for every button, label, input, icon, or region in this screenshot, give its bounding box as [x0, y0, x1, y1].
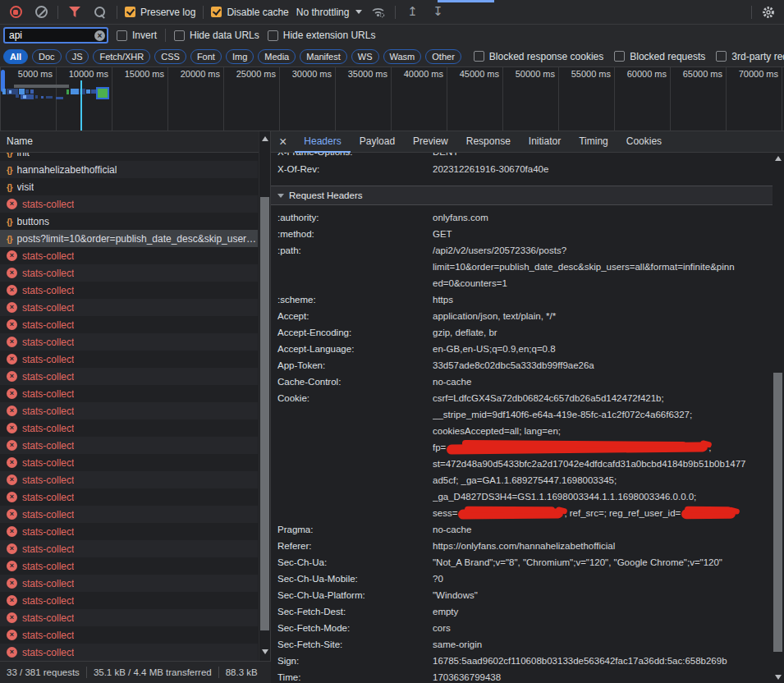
checkbox-icon[interactable]: [474, 51, 484, 62]
invert-toggle[interactable]: Invert: [117, 30, 157, 41]
clear-log-button[interactable]: [32, 3, 50, 21]
export-har-button[interactable]: ↧: [429, 3, 447, 21]
type-filter-manifest[interactable]: Manifest: [300, 49, 347, 64]
scroll-up-icon[interactable]: [262, 136, 268, 141]
hide-data-urls-label[interactable]: Hide data URLs: [190, 30, 259, 41]
tab-response[interactable]: Response: [457, 131, 520, 153]
filter-input[interactable]: [3, 27, 108, 44]
tab-initiator[interactable]: Initiator: [520, 131, 570, 153]
tab-timing[interactable]: Timing: [570, 131, 617, 153]
request-row[interactable]: ×stats-collect: [0, 626, 258, 644]
request-row[interactable]: ×stats-collect: [0, 282, 258, 299]
filter-toggle-button[interactable]: [66, 3, 84, 21]
close-details-button[interactable]: ×: [271, 131, 295, 153]
timeline-tick-label: 30000 ms: [280, 67, 335, 79]
request-row[interactable]: ×stats-collect: [0, 195, 258, 213]
request-row[interactable]: {}visit: [0, 178, 258, 195]
request-row[interactable]: ×stats-collect: [0, 264, 258, 282]
request-row[interactable]: ×stats-collect: [0, 385, 258, 402]
network-overview[interactable]: 5000 ms10000 ms15000 ms20000 ms25000 ms3…: [0, 67, 784, 131]
request-row[interactable]: ×stats-collect: [0, 316, 258, 333]
scroll-down-icon[interactable]: [775, 675, 782, 680]
error-icon: ×: [7, 578, 17, 589]
request-row[interactable]: ×stats-collect: [0, 299, 258, 316]
request-row[interactable]: ×stats-collect: [0, 592, 258, 609]
request-row[interactable]: {}posts?limit=10&order=publish_date_desc…: [0, 230, 258, 247]
preserve-log-toggle[interactable]: Preserve log: [125, 7, 195, 18]
tab-preview[interactable]: Preview: [404, 131, 457, 153]
hide-data-urls-toggle[interactable]: Hide data URLs: [174, 30, 259, 41]
request-row[interactable]: ×stats-collect: [0, 454, 258, 471]
request-row[interactable]: ×stats-collect: [0, 575, 258, 592]
record-button[interactable]: [7, 3, 25, 21]
scrollbar-thumb[interactable]: [260, 197, 269, 630]
checkbox-icon[interactable]: [614, 51, 625, 62]
request-row[interactable]: ×stats-collect: [0, 609, 258, 626]
type-filter-all[interactable]: All: [3, 49, 28, 64]
filter-label[interactable]: Blocked response cookies: [489, 51, 603, 62]
settings-button[interactable]: [759, 3, 777, 21]
request-row[interactable]: ×stats-collect: [0, 419, 258, 437]
preserve-log-label[interactable]: Preserve log: [140, 7, 195, 18]
type-filter-img[interactable]: Img: [226, 49, 254, 64]
type-filter-doc[interactable]: Doc: [32, 49, 62, 64]
scroll-up-icon[interactable]: [775, 156, 782, 161]
type-filter-wasm[interactable]: Wasm: [383, 49, 422, 64]
details-scrollbar[interactable]: [773, 153, 784, 683]
hide-extension-urls-toggle[interactable]: Hide extension URLs: [268, 30, 376, 41]
request-row[interactable]: ×stats-collect: [0, 488, 258, 506]
filter-3rd-party-requests[interactable]: 3rd-party requests: [716, 51, 784, 62]
type-filter-ws[interactable]: WS: [351, 49, 379, 64]
filter-blocked-response-cookies[interactable]: Blocked response cookies: [474, 51, 603, 62]
request-row[interactable]: ×stats-collect: [0, 333, 258, 351]
type-filter-fetch-xhr[interactable]: Fetch/XHR: [93, 49, 150, 64]
request-headers-section-header[interactable]: Request Headers: [271, 186, 773, 205]
disable-cache-label[interactable]: Disable cache: [227, 7, 288, 18]
scrollbar-thumb[interactable]: [773, 373, 782, 652]
tab-cookies[interactable]: Cookies: [617, 131, 671, 153]
request-row[interactable]: ×stats-collect: [0, 368, 258, 385]
invert-label[interactable]: Invert: [132, 30, 157, 41]
type-filter-js[interactable]: JS: [66, 49, 89, 64]
request-list-scrollbar[interactable]: [259, 131, 270, 661]
request-row[interactable]: ×stats-collect: [0, 644, 258, 661]
tab-headers[interactable]: Headers: [295, 131, 350, 153]
checkbox-icon[interactable]: [716, 51, 727, 62]
network-conditions-button[interactable]: [369, 3, 387, 21]
type-filter-media[interactable]: Media: [258, 49, 296, 64]
hide-extension-urls-label[interactable]: Hide extension URLs: [283, 30, 376, 41]
request-row[interactable]: ×stats-collect: [0, 523, 258, 540]
header-value-line: 16785:5aad9602cf110608b03133de563642fac1…: [433, 653, 773, 669]
request-row[interactable]: ×stats-collect: [0, 506, 258, 523]
disable-cache-toggle[interactable]: Disable cache: [211, 7, 288, 18]
request-row[interactable]: ×stats-collect: [0, 437, 258, 454]
clear-filter-icon[interactable]: ×: [94, 30, 105, 41]
hide-extension-urls-checkbox[interactable]: [268, 30, 278, 41]
request-row[interactable]: ×stats-collect: [0, 540, 258, 557]
search-button[interactable]: [91, 3, 109, 21]
name-column-header[interactable]: Name: [0, 131, 270, 153]
request-row[interactable]: ×stats-collect: [0, 247, 258, 264]
invert-checkbox[interactable]: [117, 30, 127, 41]
filter-blocked-requests[interactable]: Blocked requests: [614, 51, 705, 62]
filter-label[interactable]: 3rd-party requests: [731, 51, 784, 62]
preserve-log-checkbox[interactable]: [125, 7, 135, 17]
filter-label[interactable]: Blocked requests: [630, 51, 705, 62]
type-filter-other[interactable]: Other: [425, 49, 461, 64]
tab-payload[interactable]: Payload: [351, 131, 404, 153]
request-row[interactable]: {}hannahelizabethofficial: [0, 161, 258, 178]
type-filter-css[interactable]: CSS: [154, 49, 186, 64]
hide-data-urls-checkbox[interactable]: [174, 30, 185, 41]
request-row[interactable]: {}init: [0, 153, 258, 161]
scroll-down-icon[interactable]: [262, 649, 268, 654]
throttling-select[interactable]: No throttling: [296, 7, 363, 18]
request-row[interactable]: ×stats-collect: [0, 471, 258, 488]
disable-cache-checkbox[interactable]: [211, 7, 222, 17]
type-filter-font[interactable]: Font: [190, 49, 222, 64]
request-row[interactable]: {}buttons: [0, 213, 258, 230]
import-har-button[interactable]: ↥: [403, 3, 421, 21]
request-row[interactable]: ×stats-collect: [0, 351, 258, 368]
request-row[interactable]: ×stats-collect: [0, 402, 258, 419]
request-row[interactable]: ×stats-collect: [0, 557, 258, 575]
timeline-tick-label: 5000 ms: [1, 67, 56, 79]
